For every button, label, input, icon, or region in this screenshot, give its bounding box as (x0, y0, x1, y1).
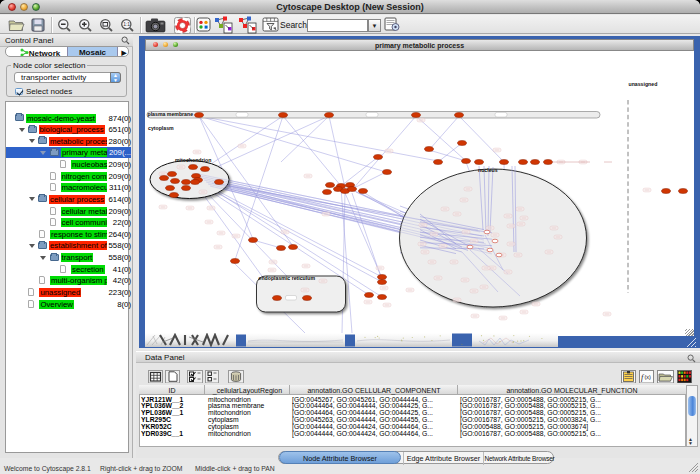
svg-text:nucleus: nucleus (478, 167, 498, 173)
svg-text:endoplasmic reticulum: endoplasmic reticulum (259, 275, 316, 281)
svg-text:mitochondrion: mitochondrion (175, 157, 211, 163)
svg-text:(x): (x) (645, 374, 652, 380)
svg-text:plasma membrane: plasma membrane (148, 111, 194, 117)
svg-text:cytoplasm: cytoplasm (148, 125, 174, 131)
svg-text:unassigned: unassigned (629, 81, 658, 87)
